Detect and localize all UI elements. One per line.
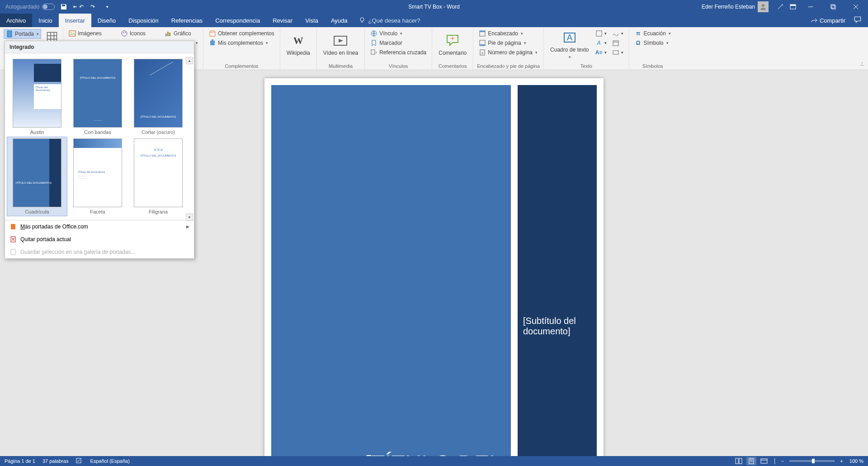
qat-customize-icon[interactable]: ▾ <box>102 1 113 12</box>
header-button[interactable]: Encabezado <box>477 29 539 38</box>
status-bar: Página 1 de 1 37 palabras Español (Españ… <box>0 456 868 466</box>
chart-button[interactable]: Gráfico <box>163 29 200 38</box>
images-button[interactable]: Imágenes <box>67 29 104 38</box>
user-name: Eder Ferreño Esteban <box>702 4 755 10</box>
cross-ref-button[interactable]: Referencia cruzada <box>368 48 428 57</box>
tab-ayuda[interactable]: Ayuda <box>325 14 354 27</box>
cover-right-panel[interactable]: [Subtítulo del documento] <box>518 85 597 456</box>
read-mode-icon[interactable] <box>734 457 744 465</box>
tab-inicio[interactable]: Inicio <box>32 14 58 27</box>
save-icon[interactable] <box>58 1 69 12</box>
save-gallery-icon <box>9 248 17 256</box>
save-selection-gallery: Guardar selección en una galería de port… <box>5 246 194 258</box>
page-number-button[interactable]: #Número de página <box>477 48 539 57</box>
text-box-button[interactable]: A Cuadro de texto <box>547 29 591 61</box>
cross-ref-icon <box>370 49 377 56</box>
svg-rect-56 <box>761 459 767 463</box>
date-time-button[interactable] <box>610 38 625 48</box>
redo-icon[interactable]: ↷ <box>87 1 98 12</box>
page-indicator[interactable]: Página 1 de 1 <box>5 458 35 464</box>
cover-option-label: Cuadrícula <box>25 209 49 214</box>
quick-parts-button[interactable]: ▾ <box>594 29 609 38</box>
document-subtitle-placeholder[interactable]: [Subtítulo del documento] <box>523 316 591 337</box>
wikipedia-button[interactable]: W Wikipedia <box>284 29 313 61</box>
maximize-button[interactable] <box>823 0 844 14</box>
tab-revisar[interactable]: Revisar <box>266 14 299 27</box>
autosave-toggle[interactable]: Autoguardado <box>5 4 55 10</box>
tab-file[interactable]: Archivo <box>0 14 32 27</box>
footer-button[interactable]: Pie de página <box>477 38 539 48</box>
minimize-button[interactable] <box>800 0 821 14</box>
web-layout-icon[interactable] <box>759 457 769 465</box>
tab-diseno[interactable]: Diseño <box>91 14 122 27</box>
cover-option-label: Cortar (oscuro) <box>142 129 175 135</box>
get-addins-button[interactable]: Obtener complementos <box>207 29 276 38</box>
my-addins-button[interactable]: Mis complementos <box>207 38 276 48</box>
comment-button[interactable]: + Comentario <box>436 29 469 61</box>
document-title-placeholder[interactable]: [TÍTULO DEL DOCUMENTO] <box>271 452 502 456</box>
undo-icon[interactable]: ↶ <box>73 1 84 12</box>
office-icon <box>9 223 17 230</box>
object-icon <box>612 49 619 56</box>
share-label: Compartir <box>820 17 845 24</box>
lightbulb-icon <box>359 17 366 24</box>
tab-disposicion[interactable]: Disposición <box>122 14 165 27</box>
tab-insertar[interactable]: Insertar <box>59 14 91 27</box>
icons-icon <box>121 30 128 37</box>
svg-point-0 <box>762 4 764 7</box>
addins-icon <box>209 39 216 47</box>
coming-soon-icon[interactable] <box>775 1 786 12</box>
zoom-slider[interactable] <box>789 460 835 462</box>
share-button[interactable]: Compartir <box>809 16 847 25</box>
cover-option-austin[interactable]: [Título del documento] Austin <box>7 57 67 137</box>
remove-cover-label: Quitar portada actual <box>20 236 71 243</box>
user-account[interactable]: Eder Ferreño Esteban <box>702 1 769 12</box>
link-button[interactable]: Vínculo <box>368 29 428 38</box>
close-button[interactable] <box>845 0 866 14</box>
equation-button[interactable]: πEcuación <box>633 29 673 38</box>
comments-pane-icon[interactable] <box>854 16 862 25</box>
cover-page-button[interactable]: Portada <box>4 29 41 39</box>
ribbon-display-icon[interactable] <box>788 1 798 12</box>
cover-left-panel[interactable]: [TÍTULO DEL DOCUMENTO] <box>271 85 511 456</box>
symbol-button[interactable]: ΩSímbolo <box>633 38 673 48</box>
cover-option-con-bandas[interactable]: [TÍTULO DEL DOCUMENTO]───── Con bandas <box>67 57 128 137</box>
page[interactable]: [TÍTULO DEL DOCUMENTO] [Subtítulo del do… <box>264 78 604 456</box>
avatar-icon <box>758 1 769 12</box>
chart-icon <box>165 30 172 37</box>
group-texto: Texto <box>547 62 625 69</box>
bookmark-button[interactable]: Marcador <box>368 38 428 48</box>
online-video-button[interactable]: Vídeo en línea <box>321 29 361 61</box>
cover-option-filigrana[interactable]: ❋❋❋[TÍTULO DEL DOCUMENTO] Filigrana <box>128 137 189 216</box>
svg-rect-22 <box>167 32 169 36</box>
svg-rect-10 <box>7 31 12 37</box>
icons-button[interactable]: Iconos <box>119 29 147 38</box>
spell-check-icon[interactable] <box>75 457 83 465</box>
tab-correspondencia[interactable]: Correspondencia <box>209 14 266 27</box>
print-layout-icon[interactable] <box>746 457 756 465</box>
tell-me-search[interactable]: ¿Qué desea hacer? <box>359 14 420 27</box>
remove-cover[interactable]: Quitar portada actual <box>5 233 194 246</box>
gallery-scroll-up[interactable]: ▲ <box>186 57 193 64</box>
word-count[interactable]: 37 palabras <box>42 458 69 464</box>
document-title: Smart TV Box - Word <box>408 4 460 10</box>
object-button[interactable]: ▾ <box>610 48 625 57</box>
cover-option-cuadricula[interactable]: [TÍTULO DEL DOCUMENTO] Cuadrícula <box>7 137 67 216</box>
zoom-out-button[interactable]: − <box>781 458 784 464</box>
zoom-in-button[interactable]: + <box>840 458 843 464</box>
tab-referencias[interactable]: Referencias <box>165 14 209 27</box>
group-vinculos: Vínculos <box>368 62 428 69</box>
tab-vista[interactable]: Vista <box>299 14 325 27</box>
zoom-level[interactable]: 100 % <box>849 458 863 464</box>
gallery-scroll-down[interactable]: ▼ <box>186 214 193 221</box>
wordart-button[interactable]: A▾ <box>594 38 609 48</box>
drop-cap-button[interactable]: A≡▾ <box>594 48 609 57</box>
svg-rect-2 <box>790 5 796 6</box>
cover-option-faceta[interactable]: [Título del documento]──────────── Facet… <box>67 137 128 216</box>
more-covers-office[interactable]: Más portadas de Office.com ▶ <box>5 220 194 233</box>
cover-option-cortar[interactable]: [TÍTULO DEL DOCUMENTO] Cortar (oscuro) <box>128 57 189 137</box>
svg-rect-31 <box>371 50 375 54</box>
collapse-ribbon-icon[interactable]: ㄥ <box>860 60 865 68</box>
signature-button[interactable]: ▾ <box>610 29 625 38</box>
language-indicator[interactable]: Español (España) <box>90 458 129 464</box>
